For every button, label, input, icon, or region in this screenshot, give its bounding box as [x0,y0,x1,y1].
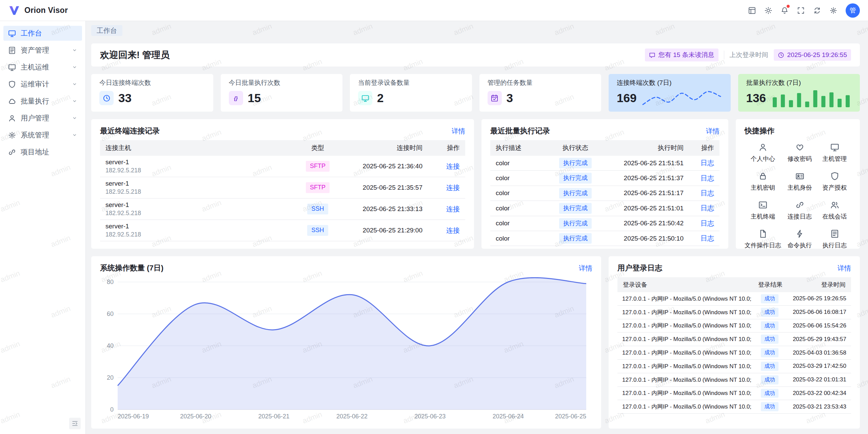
login-logs-table: 登录设备 登录结果 登录时间 127.0.0.1 - 内网IP - Mozill… [617,277,851,414]
log-link[interactable]: 日志 [701,174,714,182]
breadcrumb-tag-workbench[interactable]: 工作台 [91,25,122,36]
quick-actions-grid: 个人中心 修改密码 主机管理 主机密钥 主机身份 资产授权 主机终端 连接日志 … [745,140,851,249]
log-link[interactable]: 日志 [701,234,714,242]
log-link[interactable]: 日志 [701,220,714,227]
unread-messages-badge[interactable]: 您有 15 条未读消息 [645,49,718,61]
sidebar-item-users[interactable]: 用户管理 [3,111,82,126]
notifications-button[interactable] [778,4,791,17]
braces-icon: {} [229,91,243,105]
host-name: server-1 [105,158,290,166]
log-link[interactable]: 日志 [701,204,714,212]
svg-text:{}: {} [234,95,238,101]
type-badge: SSH [307,204,328,214]
chevron-down-icon [72,81,77,87]
connect-link[interactable]: 连接 [446,227,460,234]
clock-icon [99,91,114,105]
quick-action-execution-logs[interactable]: 执行日志 [818,229,851,249]
batch-records-table: 执行描述 执行状态 执行时间 操作 color 执行完成 2025-06-25 … [490,140,719,246]
quick-action-host-management[interactable]: 主机管理 [818,143,851,163]
batch-records-detail-link[interactable]: 详情 [706,127,719,136]
stat-card-title: 当前登录设备数量 [358,78,464,87]
sidebar-item-label: 用户管理 [21,113,49,123]
gear-icon [830,7,837,14]
layout-toggle-button[interactable] [745,4,759,17]
svg-text:40: 40 [107,342,114,349]
table-row: 127.0.0.1 - 内网IP - Mozilla/5.0 (Windows … [617,373,851,386]
login-logs-detail-link[interactable]: 详情 [837,264,851,273]
connections-sparkline-chart [641,90,722,106]
terminal-records-detail-link[interactable]: 详情 [452,127,465,136]
exec-time: 2025-06-25 21:51:17 [604,186,689,201]
brand[interactable]: Orion Visor [8,4,68,17]
connection-time: 2025-06-25 21:36:40 [340,156,428,177]
sidebar-item-audit[interactable]: 运维审计 [3,77,82,92]
sidebar-menu: 工作台 资产管理 主机运维 运维审计 批量执行 [3,26,82,159]
welcome-meta: 您有 15 条未读消息 上次登录时间 2025-06-25 19:26:55 [645,49,851,61]
stat-card-title: 今日批量执行次数 [229,78,335,87]
bottom-row: 系统操作数量 (7日) 详情 0204060802025-06-192025-0… [91,256,860,429]
exec-time: 2025-06-25 21:50:10 [604,231,689,246]
result-badge: 成功 [761,402,778,411]
quick-action-connection-logs[interactable]: 连接日志 [783,201,816,221]
table-row: 127.0.0.1 - 内网IP - Mozilla/5.0 (Windows … [617,346,851,360]
column-header: 操作 [428,140,465,156]
table-row: color 执行完成 2025-06-25 21:50:42 日志 [490,216,719,231]
login-device: 127.0.0.1 - 内网IP - Mozilla/5.0 (Windows … [617,400,753,414]
last-login-time-badge: 2025-06-25 19:26:55 [774,49,851,61]
quick-action-file-operation-logs[interactable]: 文件操作日志 [745,229,781,249]
column-header: 类型 [296,140,340,156]
stat-card-login-devices: 当前登录设备数量 2 [350,74,472,112]
sidebar-item-host-ops[interactable]: 主机运维 [3,60,82,75]
panel-title: 系统操作数量 (7日) [100,263,163,273]
quick-action-personal-center[interactable]: 个人中心 [745,143,781,163]
sidebar-item-assets[interactable]: 资产管理 [3,43,82,58]
quick-action-online-sessions[interactable]: 在线会话 [818,201,851,221]
breadcrumb: 工作台 [91,25,860,36]
sidebar-item-label: 项目地址 [21,147,49,157]
exec-description: color [490,231,547,246]
log-link[interactable]: 日志 [701,189,714,197]
quick-action-command-execution[interactable]: 命令执行 [783,229,816,249]
sidebar-collapse-button[interactable] [69,418,81,429]
quick-action-host-keys[interactable]: 主机密钥 [745,172,781,192]
user-avatar[interactable]: 管 [846,3,860,18]
host-ip: 182.92.5.218 [105,231,290,238]
ops-chart-detail-link[interactable]: 详情 [579,264,592,273]
status-badge: 执行完成 [559,173,592,183]
theme-toggle-button[interactable] [762,4,775,17]
table-row: color 执行完成 2025-06-25 21:51:37 日志 [490,171,719,186]
main-content: 工作台 欢迎回来! 管理员 您有 15 条未读消息 上次登录时间 2025-06… [86,21,868,434]
result-badge: 成功 [761,308,778,317]
quick-action-host-identity[interactable]: 主机身份 [783,172,816,192]
svg-text:60: 60 [107,310,114,317]
sidebar-item-project-url[interactable]: 项目地址 [3,145,82,159]
sidebar-item-workbench[interactable]: 工作台 [3,26,82,41]
table-row: 127.0.0.1 - 内网IP - Mozilla/5.0 (Windows … [617,386,851,400]
message-icon [649,52,655,58]
connect-link[interactable]: 连接 [446,205,460,213]
heart-icon [795,143,804,152]
terminal-icon [758,201,767,209]
fullscreen-button[interactable] [794,4,808,17]
svg-text:2025-06-24: 2025-06-24 [493,413,524,420]
monitor-icon [358,91,372,105]
table-row: color 执行完成 2025-06-25 21:51:17 日志 [490,186,719,201]
connection-time: 2025-06-25 21:29:00 [340,220,428,241]
quick-action-asset-authorization[interactable]: 资产授权 [818,172,851,192]
table-header-row: 执行描述 执行状态 执行时间 操作 [490,140,719,156]
connect-link[interactable]: 连接 [446,163,460,170]
terminal-records-panel: 最近终端连接记录 详情 连接主机 类型 连接时间 操作 server-1182.… [91,119,474,249]
user-icon [8,114,16,122]
connection-time: 2025-06-25 21:35:57 [340,177,428,199]
quick-action-change-password[interactable]: 修改密码 [783,143,816,163]
sidebar-item-batch-exec[interactable]: 批量执行 [3,94,82,109]
connect-link[interactable]: 连接 [446,184,460,191]
sidebar-item-system[interactable]: 系统管理 [3,128,82,143]
settings-button[interactable] [827,4,840,17]
log-link[interactable]: 日志 [701,159,714,167]
type-badge: SFTP [306,161,330,171]
refresh-button[interactable] [810,4,824,17]
column-header: 操作 [689,140,719,156]
quick-action-host-terminal[interactable]: 主机终端 [745,201,781,221]
exec-description: color [490,156,547,171]
